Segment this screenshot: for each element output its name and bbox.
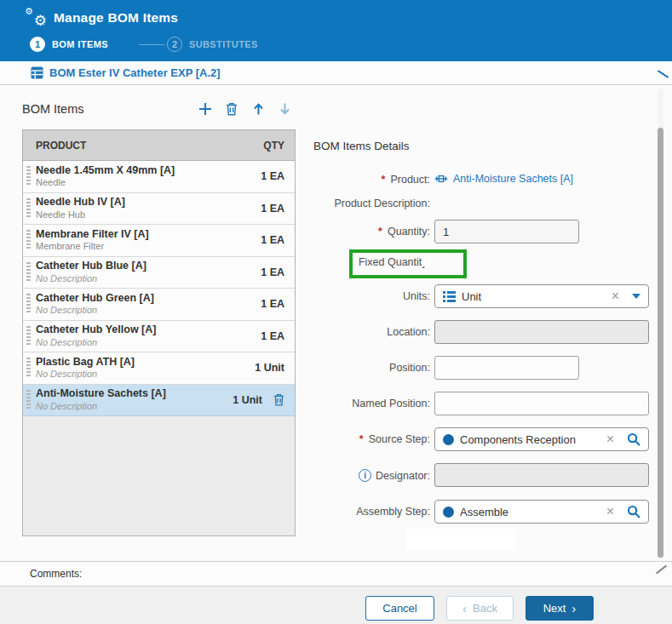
step-2-label[interactable]: SUBSTITUTES (189, 39, 258, 49)
designator-input[interactable] (434, 463, 649, 487)
source-step-picker[interactable]: Components Reception × (434, 427, 649, 451)
qty-value: 1 EA (261, 298, 284, 310)
bom-items-toolbar (198, 101, 296, 117)
back-button[interactable]: ‹ Back (446, 596, 514, 621)
bom-name-link[interactable]: BOM Ester IV Catheter EXP [A.2] (49, 66, 221, 79)
bom-items-title: BOM Items (22, 102, 84, 116)
cogs-icon: ⚙⚙ (26, 9, 46, 27)
white-overlay-artifact (407, 529, 516, 550)
product-icon (434, 173, 448, 185)
step-connector (139, 44, 164, 45)
step-1-label[interactable]: BOM ITEMS (52, 39, 108, 49)
named-position-input[interactable] (434, 392, 649, 415)
trash-icon[interactable] (224, 101, 239, 117)
info-icon[interactable]: i (359, 469, 371, 482)
comments-label: Comments: (30, 568, 82, 580)
resize-grip-icon[interactable] (656, 565, 667, 575)
table-row[interactable]: Catheter Hub Blue [A]No Description1 EA (23, 257, 295, 289)
quantity-input[interactable] (434, 220, 579, 243)
search-icon[interactable] (627, 505, 640, 518)
units-dropdown[interactable]: Unit × (434, 284, 649, 308)
location-label: Location: (387, 326, 430, 338)
product-label: Product: (390, 174, 430, 186)
table-row[interactable]: Needle 1.45mm X 49mm [A]Needle1 EA (23, 161, 295, 193)
required-asterisk: * (378, 226, 382, 238)
table-row[interactable]: Needle Hub IV [A]Needle Hub1 EA (23, 193, 295, 226)
next-button[interactable]: Next › (526, 596, 594, 621)
scrollbar-thumb[interactable] (658, 128, 663, 558)
search-icon[interactable] (627, 432, 640, 446)
drag-handle-icon[interactable] (26, 358, 31, 378)
product-description: No Description (36, 305, 261, 317)
qty-value: 1 EA (261, 266, 284, 278)
step-dot-icon (443, 434, 454, 445)
product-name: Needle Hub IV [A] (36, 196, 261, 209)
wizard-steps: 1 BOM ITEMS 2 SUBSTITUTES (30, 37, 258, 52)
cancel-button[interactable]: Cancel (365, 596, 434, 621)
drag-handle-icon[interactable] (26, 198, 31, 219)
product-name: Plastic Bag ATH [A] (36, 356, 255, 369)
product-name: Catheter Hub Green [A] (36, 292, 261, 306)
move-up-icon[interactable] (250, 101, 266, 117)
product-name: Catheter Hub Yellow [A] (36, 323, 261, 337)
column-header-qty[interactable]: QTY (263, 140, 295, 152)
quantity-label: Quantity: (388, 226, 430, 238)
chevron-right-icon: › (571, 602, 576, 615)
product-description: Needle (36, 177, 261, 189)
drag-handle-icon[interactable] (26, 230, 31, 250)
position-label: Position: (389, 362, 430, 374)
app-header: ⚙⚙ Manage BOM Items 1 BOM ITEMS 2 SUBSTI… (0, 0, 672, 61)
clear-x-icon[interactable]: × (606, 432, 614, 446)
table-row[interactable]: Plastic Bag ATH [A]No Description1 Unit (23, 352, 295, 385)
table-row[interactable]: Catheter Hub Yellow [A]No Description1 E… (23, 321, 295, 353)
bom-breadcrumb-bar: BOM Ester IV Catheter EXP [A.2] (0, 61, 672, 85)
product-name: Anti-Moisture Sachets [A] (36, 387, 233, 401)
drag-handle-icon[interactable] (26, 294, 31, 314)
product-link[interactable]: Anti-Moisture Sachets [A] (453, 173, 573, 185)
product-name: Catheter Hub Blue [A] (36, 260, 261, 273)
product-description-label: Product Description: (334, 198, 430, 209)
product-name: Membrane Filter IV [A] (36, 228, 261, 242)
drag-handle-icon[interactable] (26, 262, 31, 283)
step-dot-icon (443, 507, 454, 518)
location-input[interactable] (434, 320, 649, 344)
step-1-circle[interactable]: 1 (30, 37, 45, 52)
position-input[interactable] (434, 356, 579, 380)
comments-bar[interactable]: Comments: (0, 561, 672, 587)
table-row[interactable]: Anti-Moisture Sachets [A]No Description1… (23, 385, 295, 417)
table-row[interactable]: Membrane Filter IV [A]Membrane Filter1 E… (23, 225, 295, 257)
clear-x-icon[interactable]: × (612, 289, 619, 303)
add-icon[interactable] (198, 101, 213, 117)
product-name: Needle 1.45mm X 49mm [A] (36, 164, 261, 178)
drag-handle-icon[interactable] (26, 166, 31, 186)
bom-items-panel: BOM Items PRODUCT QTY Ne (22, 85, 296, 540)
bom-item-details-panel: BOM Items Details *Product: Anti-Moistur… (307, 85, 664, 562)
column-header-product[interactable]: PRODUCT (23, 140, 86, 152)
product-description: Needle Hub (36, 209, 261, 221)
qty-value: 1 EA (261, 203, 284, 215)
drag-handle-icon[interactable] (26, 390, 31, 410)
product-description: No Description (36, 337, 261, 349)
product-description: Membrane Filter (36, 241, 261, 253)
required-asterisk: * (359, 433, 364, 445)
assembly-step-label: Assembly Step: (356, 506, 430, 518)
qty-value: 1 EA (261, 170, 284, 182)
chevron-left-icon: ‹ (462, 602, 467, 615)
footer-bar: Cancel ‹ Back Next › (0, 587, 672, 624)
qty-value: 1 Unit (255, 362, 284, 374)
drag-handle-icon[interactable] (26, 326, 31, 346)
table-header: PRODUCT QTY (23, 130, 295, 161)
dropdown-caret-icon[interactable] (632, 294, 640, 299)
table-icon (31, 66, 43, 79)
row-trash-icon[interactable] (262, 393, 284, 406)
clear-x-icon[interactable]: × (606, 505, 614, 518)
step-2-circle[interactable]: 2 (167, 37, 182, 52)
qty-value: 1 EA (261, 330, 284, 342)
product-description: No Description (36, 273, 261, 285)
required-asterisk: * (382, 174, 386, 186)
move-down-icon[interactable] (277, 101, 292, 117)
table-row[interactable]: Catheter Hub Green [A]No Description1 EA (23, 289, 295, 321)
source-step-label: Source Step: (369, 433, 430, 445)
fixed-quantity-label: Fixed Quantity: (359, 256, 430, 268)
assembly-step-picker[interactable]: Assemble × (434, 500, 649, 524)
